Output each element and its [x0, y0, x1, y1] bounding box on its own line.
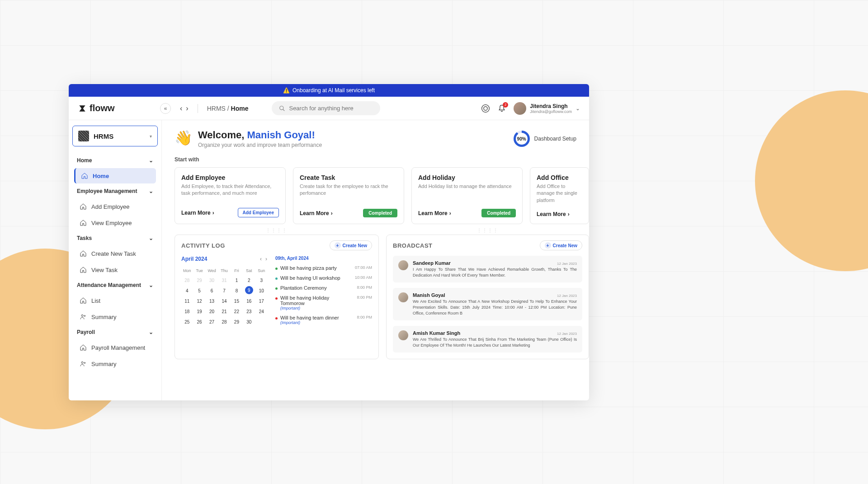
calendar-day-other[interactable]: 31	[218, 276, 230, 285]
calendar-day-other[interactable]: 29	[193, 276, 205, 285]
floww-icon	[78, 104, 87, 113]
calendar-day[interactable]: 16	[243, 296, 255, 306]
module-selector[interactable]: HRMS ▾	[72, 126, 158, 146]
calendar-day[interactable]: 19	[193, 307, 205, 316]
calendar-day[interactable]: 30	[243, 317, 255, 327]
dashboard-setup-progress[interactable]: 90% Dashboard Setup	[514, 131, 576, 147]
chevron-right-icon: ›	[331, 210, 333, 216]
calendar-day[interactable]: 8	[231, 286, 242, 296]
nav-group-attendance-management[interactable]: Attendance Management⌄	[72, 278, 158, 292]
wave-emoji-icon: 👋	[175, 129, 193, 146]
add-employee-button[interactable]: Add Employee	[238, 208, 279, 217]
calendar-day[interactable]: 29	[231, 317, 242, 327]
search-input[interactable]	[289, 105, 373, 112]
nav-item-view-employee[interactable]: View Employee	[74, 215, 156, 230]
card-title: Add Office	[537, 174, 582, 181]
calendar-day[interactable]: 21	[218, 307, 230, 316]
broadcast-item[interactable]: Amish Kumar Singh12 Jan 2023We Are Thril…	[393, 326, 582, 352]
nav-group-employee-management[interactable]: Employee Management⌄	[72, 184, 158, 198]
calendar-day[interactable]: 5	[193, 286, 205, 296]
search-box[interactable]	[272, 101, 380, 115]
drag-handle-icon[interactable]: ⋮⋮⋮⋮	[175, 228, 379, 233]
welcome-title: Welcome, Manish Goyal!	[198, 129, 322, 141]
nav-forward-button[interactable]: ›	[186, 104, 188, 113]
calendar-day[interactable]: 23	[243, 307, 255, 316]
nav-item-add-employee[interactable]: Add Employee	[74, 199, 156, 214]
calendar-day[interactable]: 17	[256, 296, 267, 306]
nav-back-button[interactable]: ‹	[180, 104, 182, 113]
calendar-day[interactable]: 13	[206, 296, 217, 306]
calendar-day[interactable]: 6	[206, 286, 217, 296]
learn-more-link[interactable]: Learn More ›	[418, 210, 451, 216]
calendar-day-other[interactable]: 30	[206, 276, 217, 285]
calendar-prev-button[interactable]: ‹	[260, 256, 262, 262]
card-title: Create Task	[300, 174, 397, 181]
calendar-day[interactable]: 1	[231, 276, 242, 285]
calendar-day[interactable]: 4	[181, 286, 193, 296]
calendar-day[interactable]: 15	[231, 296, 242, 306]
search-icon	[279, 105, 285, 112]
divider	[198, 104, 198, 113]
activity-dot-icon	[275, 277, 278, 280]
card-title: Add Employee	[181, 174, 279, 181]
breadcrumb-parent[interactable]: HRMS	[207, 105, 226, 112]
learn-more-link[interactable]: Learn More ›	[300, 210, 333, 216]
nav-group-tasks[interactable]: Tasks⌄	[72, 231, 158, 245]
nav-item-label: Home	[93, 173, 109, 179]
chevron-down-icon: ⌄	[149, 282, 153, 288]
calendar-day[interactable]: 25	[181, 317, 193, 327]
calendar-day[interactable]: 3	[256, 276, 267, 285]
broadcast-item[interactable]: Sandeep Kumar12 Jan 2023I Am Happy To Sh…	[393, 256, 582, 282]
chevron-down-icon: ⌄	[149, 157, 153, 164]
calendar-next-button[interactable]: ›	[265, 256, 267, 262]
calendar-day[interactable]: 9	[245, 286, 253, 294]
nav-item-summary[interactable]: Summary	[74, 356, 156, 371]
nav-group-payroll[interactable]: Payroll⌄	[72, 325, 158, 339]
drag-handle-icon[interactable]: ⋮⋮⋮⋮	[386, 228, 589, 233]
activity-create-new-button[interactable]: + Create New	[330, 240, 372, 250]
notifications-button[interactable]: 2	[497, 104, 506, 113]
calendar-day[interactable]: 28	[218, 317, 230, 327]
nav-item-home[interactable]: Home	[74, 168, 156, 183]
svg-point-3	[484, 106, 487, 110]
calendar-day[interactable]: 22	[231, 307, 242, 316]
module-name: HRMS	[94, 132, 145, 140]
calendar-day[interactable]: 20	[206, 307, 217, 316]
learn-more-link[interactable]: Learn More ›	[537, 211, 570, 217]
activity-item[interactable]: Will be having pizza party07:00 AM	[275, 265, 372, 271]
card-description: Add Office to manage the single platform	[537, 183, 582, 204]
nav-item-list[interactable]: List	[74, 293, 156, 308]
calendar-day[interactable]: 24	[256, 307, 267, 316]
sidebar-collapse-button[interactable]: «	[160, 103, 171, 114]
help-button[interactable]	[481, 104, 490, 113]
broadcast-create-new-button[interactable]: + Create New	[540, 240, 582, 250]
completed-badge: Completed	[481, 209, 516, 217]
nav-group-home[interactable]: Home⌄	[72, 154, 158, 167]
card-title: Add Holiday	[418, 174, 516, 181]
calendar-day[interactable]: 2	[243, 276, 255, 285]
calendar-day[interactable]: 26	[193, 317, 205, 327]
activity-item[interactable]: Plantation Ceremony8:00 PM	[275, 285, 372, 291]
broadcast-item[interactable]: Manish Goyal12 Jan 2023We Are Excited To…	[393, 288, 582, 320]
calendar-day[interactable]: 18	[181, 307, 193, 316]
calendar-day[interactable]: 27	[206, 317, 217, 327]
activity-item[interactable]: Will be having Holiday Tommorow(Importan…	[275, 295, 372, 310]
activity-item[interactable]: Will be having UI workshop10:00 AM	[275, 275, 372, 281]
calendar-day[interactable]: 14	[218, 296, 230, 306]
nav-item-payroll-management[interactable]: Payroll Management	[74, 340, 156, 355]
calendar-day-other[interactable]: 28	[181, 276, 193, 285]
calendar-day[interactable]: 12	[193, 296, 205, 306]
nav-item-view-task[interactable]: View Task	[74, 262, 156, 277]
brand-logo[interactable]: floww	[78, 103, 155, 113]
nav-item-create-new-task[interactable]: Create New Task	[74, 246, 156, 261]
calendar-day[interactable]: 11	[181, 296, 193, 306]
welcome-subtitle: Organize your work and improve team perf…	[198, 142, 322, 148]
calendar-day[interactable]: 7	[218, 286, 230, 296]
broadcast-author: Sandeep Kumar	[413, 260, 451, 266]
activity-item[interactable]: Will be having team dinner(Important)8:0…	[275, 315, 372, 325]
user-menu[interactable]: Jitendra Singh Jitendra@gofloww.com ⌄	[514, 102, 580, 115]
nav-item-summary[interactable]: Summary	[74, 309, 156, 324]
important-label: (Important)	[280, 320, 354, 325]
learn-more-link[interactable]: Learn More ›	[181, 210, 214, 216]
calendar-day[interactable]: 10	[256, 286, 267, 296]
